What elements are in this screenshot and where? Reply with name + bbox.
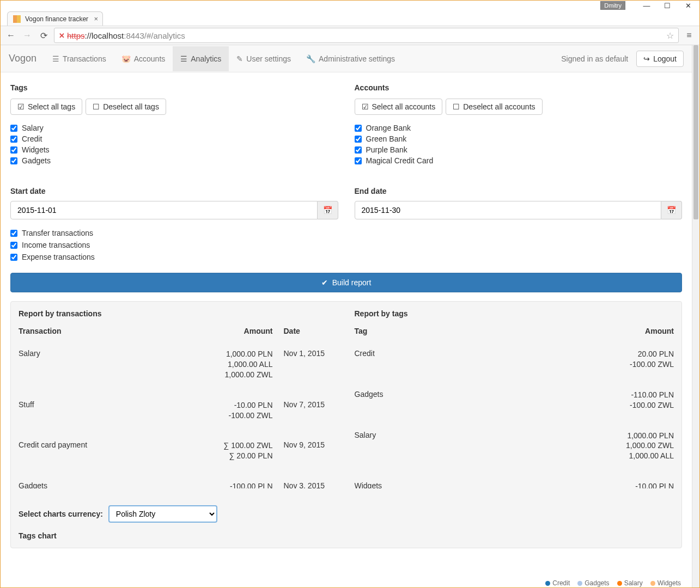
nav-transactions[interactable]: ☰Transactions [45, 46, 114, 71]
legend-swatch-icon [545, 581, 550, 586]
window-minimize-button[interactable]: — [636, 1, 657, 10]
nav-admin-settings[interactable]: 🔧Administrative settings [299, 46, 403, 71]
build-report-button[interactable]: ✔Build report [10, 273, 682, 292]
tx-date: Nov 7, 2015 [273, 400, 338, 421]
account-checkbox[interactable] [355, 125, 362, 132]
tags-chart-title: Tags chart [19, 531, 674, 540]
legend-item: Salary [617, 579, 643, 587]
tag-checkbox-salary[interactable] [10, 125, 17, 132]
tx-amounts: -10.00 PLN-100.00 ZWL [197, 400, 273, 421]
url-host: ://localhost [85, 31, 124, 40]
report-tx-row: Stuff-10.00 PLN-100.00 ZWLNov 7, 2015 [19, 390, 338, 431]
tx-name: Salary [19, 349, 197, 380]
logout-button[interactable]: ↪Logout [636, 51, 684, 67]
wrench-icon: 🔧 [306, 54, 315, 63]
charts-currency-select[interactable]: Polish Zloty [108, 505, 217, 523]
report-tx-row: Gadgets-100.00 PLNNov 3, 2015 [19, 471, 338, 488]
tx-type-label: Income transactions [22, 241, 90, 249]
tag-name: Widgets [355, 481, 598, 488]
legend-item: Widgets [650, 579, 681, 587]
app-navbar: Vogon ☰Transactions 🐷Accounts ☰Analytics… [1, 45, 692, 72]
brand[interactable]: Vogon [9, 53, 45, 64]
browser-menu-button[interactable]: ≡ [683, 29, 695, 41]
end-date-input[interactable] [355, 201, 662, 219]
col-header-date: Date [273, 327, 338, 335]
income-tx-checkbox[interactable] [10, 242, 17, 249]
report-tag-row: Salary1,000.00 PLN1,000.00 ZWL1,000.00 A… [355, 420, 674, 471]
address-bar[interactable]: ✕ https://localhost:8443/#/analytics ☆ [54, 28, 679, 43]
report-tag-row: Widgets-10.00 PLN [355, 471, 674, 488]
tag-checkbox-credit[interactable] [10, 136, 17, 143]
transfer-tx-checkbox[interactable] [10, 230, 17, 237]
list-icon: ☰ [180, 54, 187, 63]
report-tags-title: Report by tags [355, 309, 674, 318]
browser-forward-button[interactable]: → [21, 29, 33, 41]
report-tag-row: Credit20.00 PLN-100.00 ZWL [355, 339, 674, 379]
tag-label: Gadgets [22, 156, 51, 165]
tx-name: Gadgets [19, 481, 197, 488]
select-all-tags-button[interactable]: ☑Select all tags [10, 99, 82, 115]
report-tx-row: Credit card payment∑ 100.00 ZWL∑ 20.00 P… [19, 430, 338, 471]
page-scrollbar[interactable] [692, 45, 699, 588]
browser-back-button[interactable]: ← [5, 29, 17, 41]
browser-tab[interactable]: Vogon finance tracker × [7, 11, 103, 26]
calendar-icon[interactable]: 📅 [318, 201, 338, 219]
window-maximize-button[interactable]: ☐ [657, 1, 678, 10]
accounts-checkbox-list[interactable]: Orange Bank Green Bank Purple Bank Magic… [355, 122, 683, 177]
browser-tab-strip: Vogon finance tracker × [1, 10, 699, 26]
legend-swatch-icon [577, 581, 582, 586]
tx-amounts: 1,000.00 PLN1,000.00 ALL1,000.00 ZWL [197, 349, 273, 380]
scrollbar-thumb[interactable] [693, 45, 698, 219]
bookmark-star-icon[interactable]: ☆ [666, 30, 674, 41]
expense-tx-checkbox[interactable] [10, 254, 17, 261]
nav-user-settings[interactable]: ✎User settings [229, 46, 299, 71]
report-tag-row: Gadgets-110.00 PLN-100.00 ZWL [355, 379, 674, 420]
account-checkbox[interactable] [355, 157, 362, 164]
tx-type-label: Transfer transactions [22, 229, 93, 237]
account-checkbox[interactable] [355, 146, 362, 154]
logout-icon: ↪ [643, 54, 650, 63]
tab-close-icon[interactable]: × [94, 15, 98, 23]
deselect-all-tags-button[interactable]: ☐Deselect all tags [86, 99, 166, 115]
tag-label: Salary [22, 124, 44, 132]
legend-item: Credit [545, 579, 570, 587]
col-header-amount: Amount [598, 327, 674, 335]
browser-toolbar: ← → ⟳ ✕ https://localhost:8443/#/analyti… [1, 26, 699, 45]
col-header-transaction: Transaction [19, 327, 197, 335]
report-tx-scroll[interactable]: Salary1,000.00 PLN1,000.00 ALL1,000.00 Z… [19, 339, 338, 497]
start-date-input[interactable] [10, 201, 318, 219]
tags-checkbox-list[interactable]: Salary Credit Widgets Gadgets [10, 122, 338, 177]
edit-icon: ✎ [236, 54, 243, 63]
report-tx-row: Salary1,000.00 PLN1,000.00 ALL1,000.00 Z… [19, 339, 338, 390]
deselect-all-accounts-button[interactable]: ☐Deselect all accounts [446, 99, 542, 115]
tag-name: Credit [355, 349, 598, 370]
nav-analytics[interactable]: ☰Analytics [173, 46, 229, 71]
calendar-icon[interactable]: 📅 [661, 201, 682, 219]
url-path: :8443/#/analytics [124, 31, 185, 40]
tag-checkbox-widgets[interactable] [10, 146, 17, 154]
report-tags-scroll[interactable]: Credit20.00 PLN-100.00 ZWLGadgets-110.00… [355, 339, 674, 497]
tag-label: Widgets [22, 145, 50, 154]
nav-accounts[interactable]: 🐷Accounts [114, 46, 173, 71]
tx-date: Nov 9, 2015 [273, 440, 338, 461]
tx-type-label: Expense transactions [22, 253, 95, 261]
account-checkbox[interactable] [355, 136, 362, 143]
tag-checkbox-gadgets[interactable] [10, 157, 17, 164]
legend-swatch-icon [650, 581, 655, 586]
check-icon: ☑ [362, 102, 369, 111]
profile-badge[interactable]: Dmitry [600, 1, 625, 10]
report-tx-title: Report by transactions [19, 309, 338, 318]
browser-reload-button[interactable]: ⟳ [38, 29, 50, 41]
signed-in-label: Signed in as default [553, 54, 636, 63]
window-close-button[interactable]: ✕ [678, 1, 698, 10]
tag-name: Salary [355, 431, 598, 462]
select-all-accounts-button[interactable]: ☑Select all accounts [355, 99, 443, 115]
legend-swatch-icon [617, 581, 622, 586]
tag-amounts: 20.00 PLN-100.00 ZWL [598, 349, 674, 370]
tx-name: Stuff [19, 400, 197, 421]
tag-amounts: -110.00 PLN-100.00 ZWL [598, 390, 674, 411]
piggy-icon: 🐷 [121, 54, 131, 63]
window-titlebar: Dmitry — ☐ ✕ [1, 1, 699, 10]
tag-amounts: 1,000.00 PLN1,000.00 ZWL1,000.00 ALL [598, 431, 674, 462]
chart-legend: CreditGadgetsSalaryWidgets [545, 579, 681, 587]
